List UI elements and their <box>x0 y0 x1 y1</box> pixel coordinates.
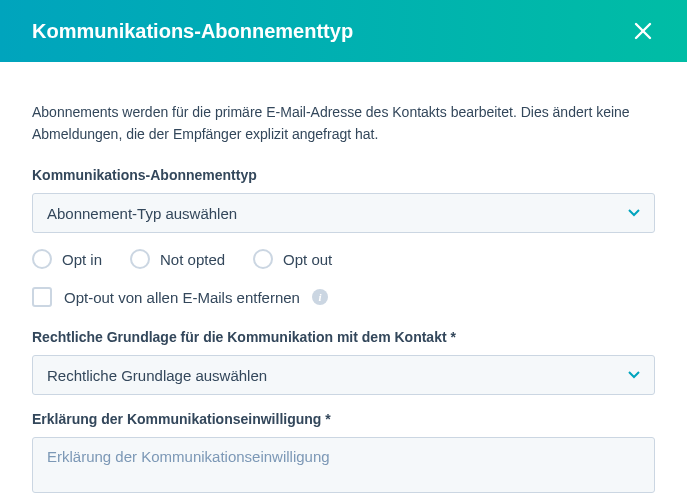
radio-opt-out[interactable]: Opt out <box>253 249 332 269</box>
modal-header: Kommunikations-Abonnementtyp <box>0 0 687 62</box>
info-icon[interactable]: i <box>312 289 328 305</box>
subscription-type-placeholder: Abonnement-Typ auswählen <box>47 205 237 222</box>
radio-opt-in[interactable]: Opt in <box>32 249 102 269</box>
consent-explanation-label: Erklärung der Kommunikationseinwilligung <box>32 411 655 427</box>
chevron-down-icon <box>628 371 640 379</box>
radio-label: Opt in <box>62 251 102 268</box>
radio-label: Not opted <box>160 251 225 268</box>
subscription-type-select[interactable]: Abonnement-Typ auswählen <box>32 193 655 233</box>
remove-optout-row: Opt-out von allen E-Mails entfernen i <box>32 287 655 307</box>
close-icon <box>633 21 653 41</box>
modal-body: Abonnements werden für die primäre E-Mai… <box>0 62 687 503</box>
subscription-type-label: Kommunikations-Abonnementtyp <box>32 167 655 183</box>
opt-status-group: Opt in Not opted Opt out <box>32 249 655 269</box>
close-button[interactable] <box>627 15 659 47</box>
description-text: Abonnements werden für die primäre E-Mai… <box>32 102 655 145</box>
legal-basis-select[interactable]: Rechtliche Grundlage auswählen <box>32 355 655 395</box>
radio-icon <box>32 249 52 269</box>
radio-label: Opt out <box>283 251 332 268</box>
legal-basis-label: Rechtliche Grundlage für die Kommunikati… <box>32 329 655 345</box>
remove-optout-checkbox[interactable] <box>32 287 52 307</box>
radio-icon <box>253 249 273 269</box>
radio-not-opted[interactable]: Not opted <box>130 249 225 269</box>
remove-optout-label: Opt-out von allen E-Mails entfernen <box>64 289 300 306</box>
radio-icon <box>130 249 150 269</box>
legal-basis-placeholder: Rechtliche Grundlage auswählen <box>47 367 267 384</box>
modal-title: Kommunikations-Abonnementtyp <box>32 20 353 43</box>
consent-explanation-textarea[interactable] <box>32 437 655 493</box>
chevron-down-icon <box>628 209 640 217</box>
